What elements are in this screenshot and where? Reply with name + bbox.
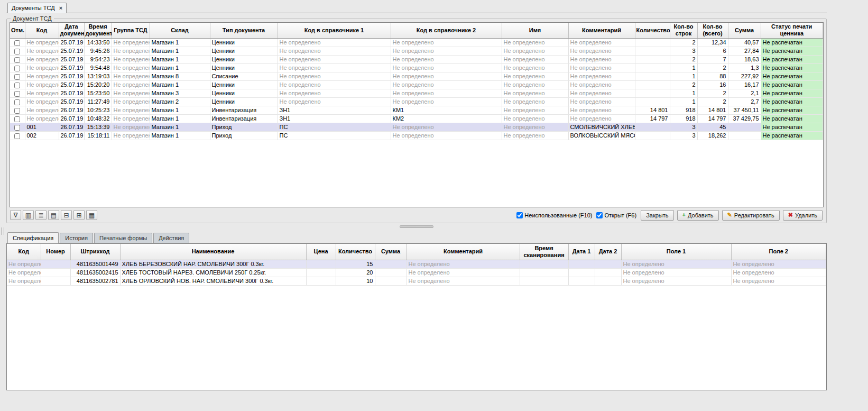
cell-check[interactable] [10,106,25,114]
cell-sklad[interactable]: Магазин 1 [150,63,210,72]
cell-group[interactable]: Не определено [112,106,150,114]
close-icon[interactable]: × [59,5,62,11]
table-row[interactable]: Не определено25.07.1911:27:49Не определе… [10,97,823,106]
cell-summa[interactable]: 37 429,75 [728,114,761,123]
cell-spr2[interactable]: Не определено [391,97,502,106]
table-row[interactable]: Не определено25.07.199:45:26Не определен… [10,47,823,55]
vertical-splitter-grip-icon[interactable] [2,227,4,235]
cell-comment[interactable]: Не определено [407,268,520,277]
cell-comment[interactable]: Не определено [568,63,635,72]
cell-kod[interactable]: Не определено [25,114,59,123]
cell-total[interactable]: 2 [697,63,728,72]
cell-summa[interactable] [728,123,761,131]
cell-spr2[interactable]: Не определено [391,72,502,80]
cell-summa[interactable] [375,277,407,285]
cell-time[interactable]: 15:20:20 [84,80,112,89]
cell-nrows[interactable]: 1 [670,72,697,80]
cell-summa[interactable]: 18,63 [728,55,761,63]
cell-time[interactable]: 9:54:48 [84,63,112,72]
cell-group[interactable]: Не определено [112,47,150,55]
cell-scan[interactable] [520,277,568,285]
column-header-name[interactable]: Имя [502,23,568,38]
cell-sklad[interactable]: Магазин 1 [150,114,210,123]
cell-name[interactable]: Не определено [502,106,568,114]
column-header-d1[interactable]: Дата 1 [568,244,595,260]
cell-time[interactable]: 15:13:39 [84,123,112,131]
cell-time[interactable]: 14:33:50 [84,38,112,47]
row-checkbox[interactable] [14,133,20,139]
open-checkbox-row[interactable]: Открыт (F6) [596,212,636,218]
cell-kod[interactable]: Не определено [25,80,59,89]
cell-kod[interactable]: Не определено [25,55,59,63]
cell-nrows[interactable]: 2 [670,38,697,47]
cell-spr2[interactable]: Не определено [391,55,502,63]
column-header-spr1[interactable]: Код в справочнике 1 [278,23,391,38]
cell-cena[interactable] [306,268,336,277]
tab-history[interactable]: История [60,233,93,243]
cell-p1[interactable]: Не определено [621,268,731,277]
cell-nrows[interactable]: 918 [670,106,697,114]
cell-qty[interactable] [635,123,670,131]
cell-comment[interactable]: СМОЛЕВИЧСКИЙ ХЛЕБО [568,123,635,131]
cell-sklad[interactable]: Магазин 2 [150,97,210,106]
column-header-d2[interactable]: Дата 2 [595,244,621,260]
cell-type[interactable]: Ценники [210,89,278,97]
numbered-list-icon[interactable]: ≣ [35,210,47,220]
cell-kod[interactable]: Не определено [25,97,59,106]
column-header-qty[interactable]: Количество [336,244,375,260]
cell-date[interactable]: 25.07.19 [59,63,84,72]
cell-group[interactable]: Не определено [112,38,150,47]
cell-status[interactable]: Не распечатан [761,97,823,106]
cell-spr2[interactable]: Не определено [391,123,502,131]
cell-summa[interactable] [375,260,407,268]
cell-scan[interactable] [520,260,568,268]
cell-summa[interactable] [728,131,761,140]
delete-button[interactable]: ✖ Удалить [783,210,823,221]
rows-icon[interactable]: ▤ [48,210,59,220]
cell-nrows[interactable]: 1 [670,63,697,72]
cell-d1[interactable] [568,268,595,277]
cell-name[interactable]: Не определено [502,72,568,80]
cell-time[interactable]: 13:19:03 [84,72,112,80]
column-header-cena[interactable]: Цена [306,244,336,260]
cell-kod[interactable]: Не определено [25,38,59,47]
unused-checkbox[interactable] [516,212,523,218]
cell-type[interactable]: Инвентаризация [210,114,278,123]
cell-nrows[interactable]: 3 [670,123,697,131]
cell-spr1[interactable]: Не определено [278,80,391,89]
cell-kod[interactable]: 002 [25,131,59,140]
cell-nomer[interactable] [41,260,70,268]
cell-p2[interactable]: Не определено [731,268,826,277]
cell-summa[interactable]: 37 450,11 [728,106,761,114]
row-checkbox[interactable] [14,57,20,63]
cell-date[interactable]: 25.07.19 [59,80,84,89]
cell-spr2[interactable]: Не определено [391,47,502,55]
cell-type[interactable]: Приход [210,123,278,131]
column-header-name[interactable]: Наименование [120,244,306,260]
table-row[interactable]: Не определено25.07.1914:33:50Не определе… [10,38,823,47]
cell-check[interactable] [10,123,25,131]
cell-sklad[interactable]: Магазин 1 [150,47,210,55]
cell-date[interactable]: 25.07.19 [59,89,84,97]
cell-shk[interactable]: 4811635001449 [70,260,120,268]
cell-total[interactable]: 2 [697,97,728,106]
cell-status[interactable]: Не распечатан [761,131,823,140]
table-row[interactable]: Не определено26.07.1910:25:23Не определе… [10,106,823,114]
cell-name[interactable]: Не определено [502,89,568,97]
cell-status[interactable]: Не распечатан [761,123,823,131]
cell-comment[interactable]: Не определено [568,80,635,89]
cell-p1[interactable]: Не определено [621,277,731,285]
filter-icon[interactable]: ∇ [10,210,21,220]
column-header-total[interactable]: Кол-во (всего) [697,23,728,38]
cell-check[interactable] [10,97,25,106]
cell-name[interactable]: Не определено [502,47,568,55]
cell-spr1[interactable]: ПС [278,123,391,131]
cell-spr1[interactable]: ЗН1 [278,106,391,114]
cell-comment[interactable]: Не определено [407,260,520,268]
cell-time[interactable]: 11:27:49 [84,97,112,106]
cell-p2[interactable]: Не определено [731,260,826,268]
column-header-qty[interactable]: Количество [635,23,670,38]
cell-spr1[interactable]: Не определено [278,72,391,80]
cell-sklad[interactable]: Магазин 3 [150,89,210,97]
cell-qty[interactable] [635,97,670,106]
